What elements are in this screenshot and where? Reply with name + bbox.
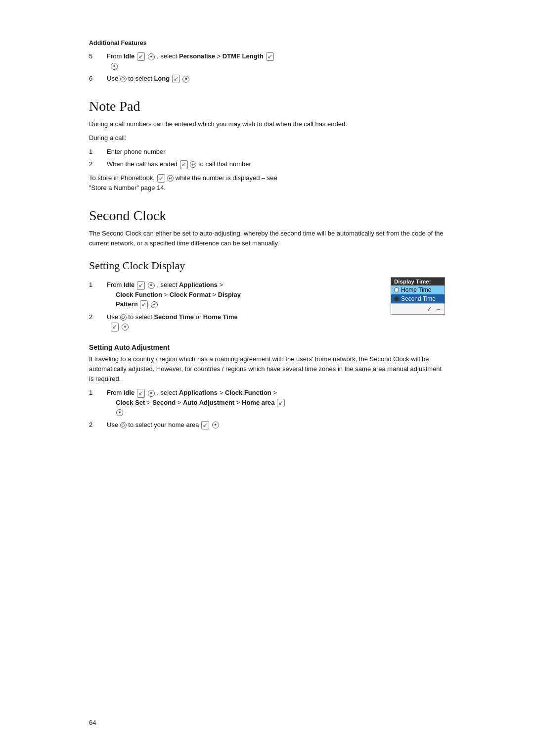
auto-step-1-num: 1 [89, 388, 107, 398]
phone-ui-secondtime-label: Second Time [401, 295, 436, 302]
scroll-icon-1: ⊙ [120, 76, 127, 82]
step-5-content: From Idle ↙ ● , select Personalise > DTM… [107, 51, 445, 71]
circle-btn-3: ● [182, 76, 189, 83]
clock-step-2-content: Use ⊙ to select Second Time or Home Time… [107, 312, 384, 331]
step-5-idle: Idle [124, 52, 134, 60]
additional-features-label: Additional Features [89, 40, 445, 47]
step-5-num: 5 [89, 51, 107, 61]
circle-btn-4: ● [148, 282, 155, 289]
nav-icon-10: ↙ [277, 399, 285, 408]
phone-ui-item-secondtime: Second Time [391, 294, 445, 303]
second-clock-description: The Second Clock can either be set to au… [89, 229, 445, 248]
note-pad-steps: 1 Enter phone number 2 When the call has… [89, 147, 445, 169]
as1-clockfn: Clock Function [225, 389, 271, 396]
setting-clock-display-content: 1 From Idle ↙ ● , select Applications > … [89, 276, 445, 335]
step-1-content: Enter phone number [107, 147, 445, 157]
circle-btn-1: ● [148, 53, 155, 60]
step-6: 6 Use ⊙ to select Long ↙ ● [89, 74, 445, 84]
clock-step-1: 1 From Idle ↙ ● , select Applications > … [89, 280, 384, 309]
circle-btn-7: ● [148, 390, 155, 397]
step-1-num: 1 [89, 147, 107, 157]
phone-ui-title: Display Time: [391, 278, 445, 285]
auto-step-2-num: 2 [89, 420, 107, 430]
auto-adjustment-title: Setting Auto Adjustment [89, 343, 445, 351]
second-clock-section: Second Clock The Second Clock can either… [89, 208, 445, 248]
clock-step-2: 2 Use ⊙ to select Second Time or Home Ti… [89, 312, 384, 331]
cs1-pattern: Pattern [116, 300, 138, 308]
cs1-display: Display [218, 291, 241, 298]
auto-step-2-content: Use ⊙ to select your home area ↙ ● [107, 420, 445, 430]
circle-btn-8: ● [116, 409, 123, 416]
step-6-content: Use ⊙ to select Long ↙ ● [107, 74, 445, 84]
setting-auto-adjustment-section: Setting Auto Adjustment If traveling to … [89, 343, 445, 429]
auto-adjustment-description: If traveling to a country / region which… [89, 354, 445, 384]
clock-display-steps-col: 1 From Idle ↙ ● , select Applications > … [89, 276, 384, 335]
auto-step-2: 2 Use ⊙ to select your home area ↙ ● [89, 420, 445, 430]
note-pad-step-2: 2 When the call has ended ↙ ↩ to call th… [89, 159, 445, 169]
second-clock-title: Second Clock [89, 208, 445, 224]
cs1-applications: Applications [179, 281, 218, 288]
nav-icon-4: ↙ [180, 160, 188, 169]
as1-second: Second [152, 399, 176, 406]
nav-icon-2: ↙ [266, 52, 274, 61]
phone-ui-footer: ✓ → [391, 303, 445, 314]
as1-homearea: Home area [242, 399, 274, 406]
radio-hometime [394, 287, 399, 292]
nav-icon-11: ↙ [201, 421, 209, 430]
step-6-long: Long [154, 75, 170, 82]
radio-secondtime [394, 296, 399, 301]
setting-clock-display-title: Setting Clock Display [89, 259, 445, 272]
circle-btn-6: ● [122, 324, 129, 331]
circle-btn-2: ● [111, 63, 118, 70]
step-2-content: When the call has ended ↙ ↩ to call that… [107, 159, 445, 169]
note-pad-section: Note Pad During a call numbers can be en… [89, 98, 445, 193]
nav-icon-7: ↙ [140, 300, 148, 309]
during-call-label: During a call: [89, 133, 445, 143]
store-icon: ↩ [167, 175, 174, 182]
nav-icon-5: ↙ [157, 174, 165, 183]
phone-ui-confirm-btn[interactable]: ✓ [427, 305, 432, 313]
as1-idle: Idle [124, 389, 134, 396]
step-6-num: 6 [89, 74, 107, 84]
nav-icon-1: ↙ [137, 52, 145, 61]
as1-autoadj: Auto Adjustment [183, 399, 234, 406]
additional-features-steps: 5 From Idle ↙ ● , select Personalise > D… [89, 51, 445, 84]
step-5: 5 From Idle ↙ ● , select Personalise > D… [89, 51, 445, 71]
additional-features-section: Additional Features 5 From Idle ↙ ● , se… [89, 40, 445, 84]
scroll-icon-3: ⊙ [120, 422, 127, 428]
end-call-icon: ↩ [190, 161, 196, 168]
note-pad-step-1: 1 Enter phone number [89, 147, 445, 157]
cs2-secondtime: Second Time [154, 313, 194, 321]
note-pad-description: During a call numbers can be entered whi… [89, 119, 445, 129]
scroll-icon-2: ⊙ [120, 314, 127, 321]
step-2-num: 2 [89, 159, 107, 169]
auto-step-1-content: From Idle ↙ ● , select Applications > Cl… [107, 388, 445, 417]
circle-btn-5: ● [151, 301, 158, 308]
store-text: To store in Phonebook, ↙ ↩ while the num… [89, 173, 445, 193]
nav-icon-8: ↙ [111, 323, 119, 331]
cs2-hometime: Home Time [203, 313, 238, 321]
nav-icon-6: ↙ [137, 281, 145, 290]
auto-step-1: 1 From Idle ↙ ● , select Applications > … [89, 388, 445, 417]
clock-step-1-content: From Idle ↙ ● , select Applications > Cl… [107, 280, 384, 309]
circle-btn-9: ● [212, 422, 219, 428]
auto-adjustment-steps: 1 From Idle ↙ ● , select Applications > … [89, 388, 445, 429]
cs1-clockfn: Clock Function [116, 291, 162, 298]
clock-step-2-num: 2 [89, 312, 107, 322]
page-content: Additional Features 5 From Idle ↙ ● , se… [0, 0, 534, 756]
phone-ui-next-btn[interactable]: → [435, 305, 442, 313]
nav-icon-3: ↙ [172, 75, 180, 84]
clock-display-steps: 1 From Idle ↙ ● , select Applications > … [89, 280, 384, 331]
cs1-clockformat: Clock Format [170, 291, 211, 298]
note-pad-title: Note Pad [89, 98, 445, 114]
step-5-dtmf: DTMF Length [222, 52, 264, 60]
phone-ui-hometime-label: Home Time [401, 286, 431, 293]
setting-clock-display-section: Setting Clock Display 1 From Idle ↙ ● , … [89, 259, 445, 429]
as1-clockset: Clock Set [116, 399, 145, 406]
clock-step-1-num: 1 [89, 280, 107, 290]
as1-applications: Applications [179, 389, 218, 396]
cs1-idle: Idle [124, 281, 134, 288]
phone-ui-item-hometime: Home Time [391, 285, 445, 294]
nav-icon-9: ↙ [137, 389, 145, 398]
step-5-personalise: Personalise [179, 52, 215, 60]
